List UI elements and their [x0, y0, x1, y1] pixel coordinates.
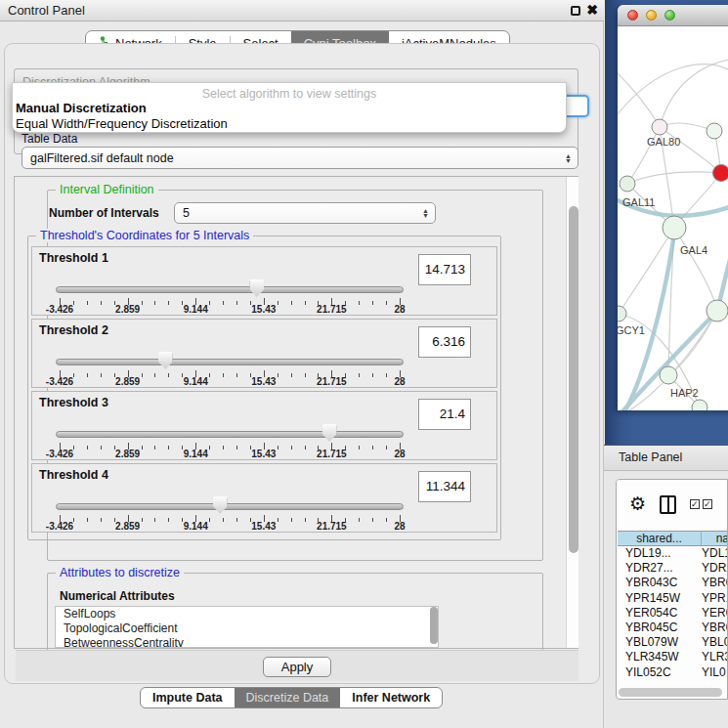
cell-shared-name[interactable]: YBR045C — [618, 621, 702, 635]
node-gal80[interactable] — [652, 119, 667, 135]
slider-tick-labels: -3.4262.8599.14415.4321.71528 — [60, 376, 400, 388]
tab-impute-data[interactable]: Impute Data — [141, 688, 235, 707]
cell-name[interactable]: YLR3 — [702, 650, 728, 664]
cell-shared-name[interactable]: YER054C — [618, 606, 702, 621]
tick-label: 15.43 — [251, 449, 276, 459]
cell-shared-name[interactable]: YBL079W — [618, 635, 702, 650]
attribute-item[interactable]: BetweennessCentrality — [56, 636, 438, 648]
column-header-shared[interactable]: shared... — [618, 532, 702, 545]
checkbox-checked-icon[interactable]: ✓ — [703, 499, 712, 509]
cell-name[interactable]: YPR1 — [702, 591, 728, 606]
table-data-value: galFiltered.sif default node — [30, 151, 174, 165]
node-gal4[interactable] — [663, 216, 686, 239]
cell-name[interactable]: YDR2 — [702, 561, 728, 576]
slider-thumb[interactable] — [249, 279, 264, 297]
dropdown-option-manual[interactable]: Manual Discretization — [13, 101, 566, 116]
tick-label: 9.144 — [184, 449, 208, 459]
attribute-item[interactable]: TopologicalCoefficient — [56, 621, 438, 636]
cell-shared-name[interactable]: YLR345W — [618, 650, 702, 664]
tick-label: 9.144 — [184, 376, 208, 387]
checkbox-checked-icon[interactable]: ✓ — [690, 499, 700, 509]
node-gcy1[interactable] — [618, 306, 626, 321]
network-view-window[interactable]: GAL80GAL11GAL4GCY1HAP2GCH — [618, 5, 728, 410]
table-horizontal-scrollbar[interactable] — [619, 688, 722, 697]
dropdown-option-equal-width[interactable]: Equal Width/Frequency Discretization — [13, 116, 566, 132]
scrollbar-thumb[interactable] — [569, 206, 578, 553]
cell-name[interactable]: YBR0 — [702, 576, 728, 590]
cell-name[interactable]: YBR0 — [702, 621, 728, 635]
apply-strip: Apply — [16, 650, 578, 681]
tab-discretize-data[interactable]: Discretize Data — [235, 688, 341, 707]
cell-name[interactable]: YIL0 — [702, 665, 728, 680]
number-of-intervals-combobox[interactable]: 5 ▲▼ — [174, 202, 436, 224]
node[interactable] — [692, 400, 707, 410]
table-row[interactable]: YBR045CYBR0 — [618, 621, 728, 635]
node-hap2[interactable] — [660, 366, 677, 384]
slider-thumb[interactable] — [322, 424, 337, 442]
cell-shared-name[interactable]: YIL052C — [618, 665, 702, 680]
cell-shared-name[interactable]: YDR27... — [618, 561, 702, 576]
table-row[interactable]: YPR145WYPR1 — [618, 591, 728, 606]
close-traffic-icon[interactable] — [627, 10, 638, 21]
node[interactable] — [707, 300, 728, 321]
node[interactable] — [707, 123, 722, 139]
edge — [660, 59, 728, 127]
checkbox-icons[interactable]: ✓ ✓ — [690, 499, 712, 509]
float-window-icon[interactable] — [571, 6, 580, 16]
table-row[interactable]: YBL079WYBL0 — [618, 635, 728, 650]
minimize-traffic-icon[interactable] — [646, 10, 657, 21]
network-desktop: GAL80GAL11GAL4GCY1HAP2GCH — [605, 0, 728, 445]
node-gal11[interactable] — [620, 176, 635, 192]
column-header-name[interactable]: na — [702, 532, 728, 545]
table-row[interactable]: YDR27...YDR2 — [618, 561, 728, 576]
apply-button[interactable]: Apply — [263, 657, 331, 677]
table-header-row[interactable]: shared... na — [618, 531, 728, 546]
tick-label: -3.426 — [46, 304, 73, 315]
cell-shared-name[interactable]: YPR145W — [618, 591, 702, 606]
cell-shared-name[interactable]: YBR043C — [618, 576, 702, 590]
cell-shared-name[interactable]: YDL19... — [618, 546, 702, 561]
threshold-value-field[interactable]: 14.713 — [418, 254, 471, 285]
tab-infer-network[interactable]: Infer Network — [340, 688, 442, 707]
table-data-label: Table Data — [21, 132, 77, 146]
zoom-traffic-icon[interactable] — [664, 10, 675, 21]
split-columns-icon[interactable] — [660, 495, 676, 514]
tick-label: 9.144 — [184, 521, 208, 532]
table-row[interactable]: YIL052CYIL0 — [618, 665, 728, 680]
table-toolbar: ⚙ ✓ ✓ — [617, 480, 728, 529]
threshold-panel-1: Threshold 1-3.4262.8599.14415.4321.71528… — [31, 246, 497, 316]
cell-name[interactable]: YER0 — [702, 606, 728, 621]
table-row[interactable]: YDL19...YDL1 — [618, 546, 728, 561]
panel-title: Control Panel — [8, 3, 85, 18]
gear-icon[interactable]: ⚙ — [629, 495, 646, 513]
node[interactable] — [713, 165, 728, 182]
slider-thumb[interactable] — [158, 352, 173, 369]
slider-track[interactable] — [56, 503, 404, 510]
table-row[interactable]: YER054CYER0 — [618, 606, 728, 621]
close-icon[interactable]: ✖ — [586, 2, 598, 18]
network-window-titlebar[interactable] — [618, 5, 728, 26]
table-row[interactable]: YLR345WYLR3 — [618, 650, 728, 664]
table-row[interactable]: YBR043CYBR0 — [618, 576, 728, 590]
tick-label: 15.43 — [251, 304, 276, 315]
group-title: Threshold's Coordinates for 5 Intervals — [36, 229, 253, 242]
threshold-value-field[interactable]: 21.4 — [418, 399, 471, 430]
cell-name[interactable]: YBL0 — [702, 635, 728, 650]
tick-label: 2.859 — [115, 304, 140, 315]
threshold-label: Threshold 3 — [39, 396, 108, 409]
attribute-item[interactable]: SelfLoops — [56, 607, 438, 621]
slider-track[interactable] — [56, 359, 404, 365]
threshold-value-field[interactable]: 11.344 — [418, 471, 471, 502]
slider-track[interactable] — [56, 431, 404, 438]
group-title: Interval Definition — [56, 183, 158, 196]
vertical-scrollbar[interactable] — [566, 177, 578, 648]
slider-track[interactable] — [56, 286, 404, 293]
table-data-combobox[interactable]: galFiltered.sif default node ▲▼ — [21, 147, 578, 169]
attributes-scrollbar[interactable] — [430, 607, 438, 644]
cell-name[interactable]: YDL1 — [702, 546, 728, 561]
numerical-attributes-list[interactable]: SelfLoopsTopologicalCoefficientBetweenne… — [55, 606, 439, 648]
threshold-value-field[interactable]: 6.316 — [418, 326, 471, 358]
tick-label: 2.859 — [115, 449, 140, 459]
network-graph[interactable]: GAL80GAL11GAL4GCY1HAP2GCH — [618, 26, 728, 410]
slider-thumb[interactable] — [213, 496, 228, 514]
